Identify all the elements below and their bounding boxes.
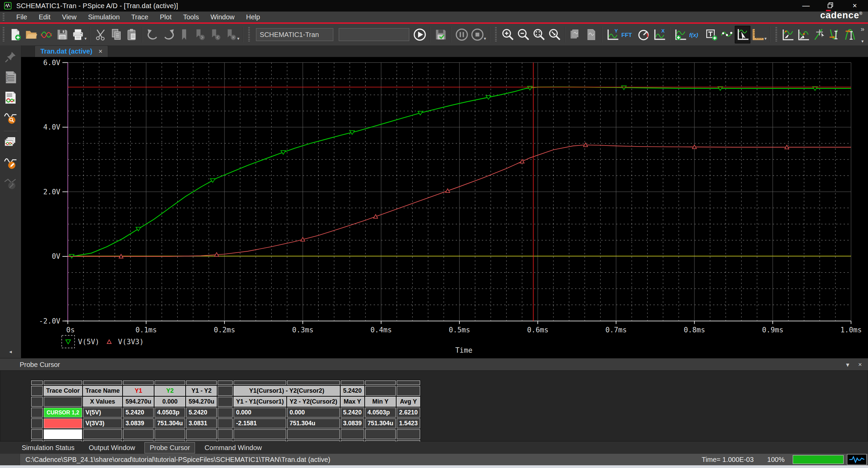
probe-table-cell[interactable] bbox=[31, 386, 43, 396]
cut-button[interactable] bbox=[93, 26, 108, 43]
save-button[interactable] bbox=[55, 26, 70, 43]
menu-simulation[interactable]: Simulation bbox=[82, 12, 125, 22]
probe-table-cell[interactable] bbox=[155, 381, 185, 385]
menu-help[interactable]: Help bbox=[240, 12, 266, 22]
performance-analysis-button[interactable] bbox=[636, 26, 651, 43]
eval-function-button[interactable]: f(x) bbox=[688, 26, 704, 43]
probe-table-cell[interactable] bbox=[31, 418, 43, 428]
cursor-max-button[interactable] bbox=[843, 26, 859, 43]
copy-button[interactable] bbox=[108, 26, 124, 43]
undo-button[interactable] bbox=[145, 26, 161, 43]
probe-table-cell[interactable] bbox=[31, 381, 43, 385]
print-button[interactable] bbox=[70, 26, 86, 43]
overflow-caret[interactable]: ▾ bbox=[861, 39, 864, 43]
probe-table-cell[interactable] bbox=[287, 381, 340, 385]
cursor-trough-button[interactable] bbox=[796, 26, 812, 43]
toolbar-overflow[interactable]: » ▾ bbox=[861, 25, 864, 44]
probe-table-cell[interactable]: Y1 - Y1(Cursor1) bbox=[234, 397, 286, 407]
waveform-tools-icon[interactable] bbox=[2, 175, 19, 192]
probe-table-cell[interactable] bbox=[123, 429, 154, 439]
bookmark-dropdown-caret[interactable]: ▾ bbox=[237, 36, 240, 41]
redo-button[interactable] bbox=[161, 26, 176, 43]
probe-table-cell[interactable] bbox=[234, 429, 286, 439]
menu-plot[interactable]: Plot bbox=[154, 12, 177, 22]
probe-table-cell[interactable]: 4.0503p bbox=[155, 408, 185, 417]
probe-table-cell[interactable] bbox=[31, 397, 43, 407]
stop-button[interactable] bbox=[470, 26, 485, 43]
probe-table-cell[interactable]: Trace Name bbox=[83, 386, 122, 396]
probe-table-cell[interactable] bbox=[397, 381, 420, 385]
cursor-dropdown-caret[interactable]: ▾ bbox=[765, 36, 767, 41]
probe-table-cell[interactable] bbox=[44, 381, 82, 385]
probe-table-cell[interactable] bbox=[186, 429, 217, 439]
add-trace-button[interactable] bbox=[672, 26, 688, 43]
probe-table-cell[interactable]: 3.0831 bbox=[186, 418, 217, 428]
probe-table-cell[interactable] bbox=[397, 429, 420, 439]
probe-table-cell[interactable]: 5.2420 bbox=[341, 386, 364, 396]
copy-pages-button[interactable] bbox=[568, 26, 584, 43]
print-dropdown-caret[interactable]: ▾ bbox=[84, 36, 87, 41]
probe-table-cell[interactable] bbox=[234, 381, 286, 385]
probe-table-cell[interactable]: Max Y bbox=[341, 397, 364, 407]
log-y-axis-button[interactable]: Y bbox=[605, 26, 620, 43]
insert-text-button[interactable] bbox=[704, 26, 719, 43]
probe-table-cell[interactable] bbox=[155, 429, 185, 439]
bookmark-clear-button[interactable] bbox=[223, 26, 239, 43]
tab-output-window[interactable]: Output Window bbox=[84, 443, 140, 453]
probe-table-cell[interactable]: V(3V3) bbox=[83, 418, 122, 428]
probe-table-cell[interactable]: 751.304u bbox=[155, 418, 185, 428]
append-waveform-button[interactable] bbox=[39, 26, 55, 43]
menu-edit[interactable]: Edit bbox=[33, 12, 56, 22]
log-x-axis-button[interactable]: X bbox=[651, 26, 667, 43]
cursor-slope-button[interactable] bbox=[812, 26, 827, 43]
save-simulation-button[interactable] bbox=[433, 26, 449, 43]
probe-table-cell[interactable] bbox=[218, 408, 233, 417]
run-dropdown-caret[interactable]: ▾ bbox=[484, 36, 486, 41]
probe-table-cell[interactable]: Y2 - Y2(Cursor2) bbox=[287, 397, 340, 407]
edit-waveform-icon[interactable] bbox=[2, 154, 19, 172]
probe-table-cell[interactable]: 594.270u bbox=[123, 397, 154, 407]
probe-table-cell[interactable] bbox=[218, 386, 233, 396]
panel-collapse-icon[interactable]: ▾ bbox=[846, 361, 849, 369]
menu-tools[interactable]: Tools bbox=[177, 12, 205, 22]
zoom-in-button[interactable] bbox=[500, 26, 516, 43]
probe-table-cell[interactable]: Trace Color bbox=[44, 386, 82, 396]
probe-table-cell[interactable]: X Values bbox=[83, 397, 122, 407]
run-selection-combo[interactable] bbox=[339, 28, 409, 41]
open-file-button[interactable] bbox=[23, 26, 39, 43]
probe-table-cell[interactable]: 3.0839 bbox=[123, 418, 154, 428]
probe-table-cell[interactable]: Y1 - Y2 bbox=[186, 386, 217, 396]
probe-table-cell[interactable]: 5.2420 bbox=[123, 408, 154, 417]
probe-table-cell[interactable]: 1.5423 bbox=[397, 418, 420, 428]
probe-table-cell[interactable] bbox=[44, 397, 82, 407]
mark-data-points-button[interactable] bbox=[719, 26, 735, 43]
toggle-cursor-button[interactable] bbox=[735, 26, 750, 43]
cursor-min-button[interactable] bbox=[827, 26, 843, 43]
bookmark-next-button[interactable] bbox=[192, 26, 208, 43]
sidebar-collapse-icon[interactable]: ◂ bbox=[9, 349, 12, 355]
probe-table-cell[interactable] bbox=[83, 381, 122, 385]
plot-windows-icon[interactable] bbox=[2, 134, 19, 152]
close-button[interactable]: × bbox=[850, 0, 860, 12]
menu-file[interactable]: File bbox=[11, 12, 33, 22]
probe-table-cell[interactable]: 2.6210 bbox=[397, 408, 420, 417]
cursor-peak-button[interactable] bbox=[781, 26, 796, 43]
menu-window[interactable]: Window bbox=[205, 12, 240, 22]
probe-table-cell[interactable]: -2.1581 bbox=[234, 418, 286, 428]
menu-view[interactable]: View bbox=[56, 12, 82, 22]
plot-canvas[interactable]: 0s0.1ms0.2ms0.3ms0.4ms0.5ms0.6ms0.7ms0.8… bbox=[21, 57, 868, 358]
probe-table-cell[interactable]: 751.304u bbox=[365, 418, 396, 428]
page-view-button[interactable] bbox=[584, 26, 599, 43]
probe-table-cell[interactable]: 4.0503p bbox=[365, 408, 396, 417]
menu-trace[interactable]: Trace bbox=[125, 12, 154, 22]
probe-table-cell[interactable] bbox=[365, 429, 396, 439]
probe-table-cell[interactable]: 5.2420 bbox=[341, 408, 364, 417]
probe-table-cell[interactable]: Min Y bbox=[365, 397, 396, 407]
probe-table-cell[interactable] bbox=[365, 386, 396, 396]
panel-close-icon[interactable]: × bbox=[858, 361, 862, 369]
probe-table-cell[interactable] bbox=[218, 429, 233, 439]
waveform-file-icon[interactable] bbox=[2, 89, 19, 106]
probe-table-cell[interactable]: 0.000 bbox=[234, 408, 286, 417]
probe-table-cell[interactable]: CURSOR 1,2 bbox=[44, 408, 82, 417]
simulation-profile-combo[interactable] bbox=[256, 28, 333, 41]
